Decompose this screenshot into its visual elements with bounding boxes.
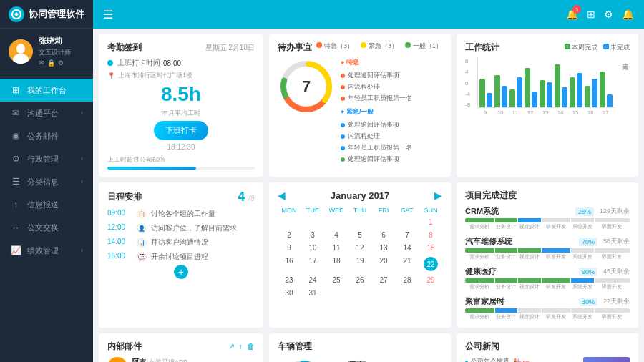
help-icon[interactable]: 🔔 (622, 9, 634, 20)
cal-cell-3[interactable]: 3 (301, 229, 324, 241)
sidebar-item-mail[interactable]: ◉ 公务邮件 (0, 124, 93, 147)
legend-uncompleted: 未完成 (603, 43, 630, 52)
bar-blue-9 (607, 94, 613, 107)
bar-group-9 (600, 72, 613, 107)
schedule-text-4: 开余讨论项目进程 (151, 252, 255, 262)
car-stage-3 (518, 248, 541, 253)
settings-icon[interactable]: ⚙ (604, 9, 613, 20)
sidebar-item-bus[interactable]: ↔ 公文交换 (0, 216, 93, 239)
cal-cell-5[interactable]: 5 (348, 229, 371, 241)
email-avatar-1: 阿 (107, 357, 127, 362)
crm-l4: 研发开发 (542, 223, 571, 230)
cal-cell-26[interactable]: 26 (348, 274, 371, 286)
crm-percent: 25% (575, 207, 594, 216)
cal-cell-9[interactable]: 9 (278, 242, 301, 254)
cal-cell-empty-1 (278, 216, 301, 228)
workstats-header: 工作统计 本周完成 未完成 (465, 41, 630, 54)
cal-cell-23[interactable]: 23 (278, 274, 301, 286)
clock-in-dot (107, 60, 113, 66)
sidebar-item-communicate[interactable]: ✉ 沟通平台 › (0, 102, 93, 124)
menu-toggle-button[interactable]: ☰ (103, 8, 113, 21)
cal-cell-18[interactable]: 18 (325, 255, 348, 273)
cal-cell-28[interactable]: 28 (396, 274, 419, 286)
x-label-12: 12 (524, 109, 537, 116)
car-l3: 视觉设计 (518, 253, 541, 260)
cal-cell-6[interactable]: 6 (372, 229, 395, 241)
schedule-icon-2: 👤 (137, 223, 147, 233)
sidebar-item-classify[interactable]: ☰ 分类信息 › (0, 170, 93, 193)
cal-cell-1[interactable]: 1 (419, 216, 442, 228)
cal-cell-4[interactable]: 4 (325, 229, 348, 241)
workstats-title: 工作统计 (465, 41, 499, 54)
car-stage-5 (571, 248, 594, 253)
cal-cell-30[interactable]: 30 (278, 287, 301, 299)
email-delete-icon[interactable]: 🗑 (247, 342, 255, 351)
cal-cell-12[interactable]: 12 (348, 242, 371, 254)
sidebar-item-info[interactable]: ↑ 信息报送 (0, 193, 93, 216)
calendar-prev-button[interactable]: ◀ (278, 190, 286, 201)
cal-cell-31[interactable]: 31 (301, 287, 324, 299)
todo-item-1: 处理逾回评估事项 (341, 71, 442, 80)
info-icon: ↑ (10, 199, 21, 210)
home-stage-3 (518, 308, 541, 313)
todo-dot-4 (341, 123, 345, 127)
todo-dot-1 (341, 74, 345, 78)
add-schedule-button[interactable]: + (174, 265, 188, 279)
vehicle-donut: 75% (278, 359, 328, 363)
schedule-icon-1: 📋 (137, 209, 147, 219)
user-role: 交互设计师 (39, 48, 71, 57)
cal-cell-11[interactable]: 11 (325, 242, 348, 254)
health-stage-3 (518, 278, 541, 283)
car-stage-4 (542, 248, 571, 253)
cal-cell-2[interactable]: 2 (278, 229, 301, 241)
grid-icon[interactable]: ⊞ (587, 9, 595, 20)
clock-out-button[interactable]: 下班打卡 (154, 121, 208, 140)
email-share-icon[interactable]: ↗ (228, 342, 235, 351)
cal-cell-20[interactable]: 20 (372, 255, 395, 273)
bar-blue-2 (502, 86, 507, 107)
email-title: 内部邮件 (107, 341, 142, 353)
home-l4: 研发开发 (542, 313, 571, 321)
health-l5: 系统开发 (571, 283, 594, 290)
cal-cell-10[interactable]: 10 (301, 242, 324, 254)
sidebar-item-performance[interactable]: 📈 绩效管理 › (0, 239, 93, 262)
email-export-icon[interactable]: ↑ (239, 342, 243, 351)
email-card: 内部邮件 ↗ ↑ 🗑 阿 阿杰 女装品牌APP (99, 333, 263, 362)
cal-cell-24[interactable]: 24 (301, 274, 324, 286)
progress-header: 项目完成进度 (465, 190, 630, 202)
clock-out-time: 18:12:30 (107, 143, 255, 151)
todo-text-7: 处理逾回评估事项 (348, 155, 399, 164)
notification-wrapper: 🔔 3 (566, 8, 578, 21)
cal-cell-29[interactable]: 29 (419, 274, 442, 286)
cal-cell-n1 (325, 287, 348, 299)
crm-stage-5 (571, 218, 594, 222)
car-bar (465, 248, 630, 253)
cal-cell-17[interactable]: 17 (301, 255, 324, 273)
sidebar-item-admin[interactable]: ⚙ 行政管理 › (0, 147, 93, 170)
crm-l6: 界面开发 (595, 223, 630, 230)
sidebar-item-workspace[interactable]: ⊞ 我的工作台 (0, 79, 93, 102)
cal-cell-14[interactable]: 14 (396, 242, 419, 254)
cal-cell-19[interactable]: 19 (348, 255, 371, 273)
x-label-10: 10 (494, 109, 507, 116)
calendar-next-button[interactable]: ▶ (434, 190, 442, 201)
vehicle-content: 75% 10辆车 总计 4辆车 正在使用 (278, 357, 442, 362)
cal-cell-25[interactable]: 25 (325, 274, 348, 286)
cal-cell-n4 (396, 287, 419, 299)
todo-legend: 特急（3） 紧急（3） 一般（1） (316, 41, 442, 51)
bar-green-3 (509, 89, 515, 107)
news-img-placeholder-1: 考勤统计 (583, 357, 630, 362)
cal-cell-22-today[interactable]: 22 (419, 255, 442, 273)
average-hours: 8.5h (107, 83, 255, 106)
cal-cell-21[interactable]: 21 (396, 255, 419, 273)
cal-cell-27[interactable]: 27 (372, 274, 395, 286)
cal-cell-7[interactable]: 7 (396, 229, 419, 241)
cal-cell-8[interactable]: 8 (419, 229, 442, 241)
cal-cell-16[interactable]: 16 (278, 255, 301, 273)
cal-cell-13[interactable]: 13 (372, 242, 395, 254)
car-l5: 系统开发 (571, 253, 594, 260)
cal-header-mon: MON (278, 205, 301, 215)
cal-cell-15[interactable]: 15 (419, 242, 442, 254)
classify-icon: ☰ (10, 176, 21, 187)
y-label-neg4: -4 (465, 91, 470, 97)
